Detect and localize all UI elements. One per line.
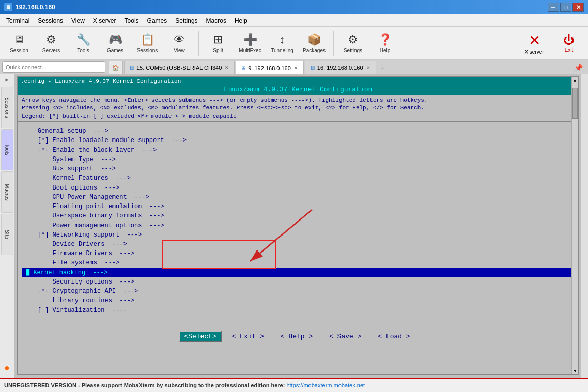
terminal-header-text: Linux/arm 4.9.37 Kernel Configuration [223,86,373,93]
toolbar-xserver[interactable]: ✕ X server [517,29,552,58]
toolbar-view[interactable]: 👁 View [164,29,194,58]
right-sidebar [581,74,588,378]
maximize-button[interactable]: □ [560,3,571,12]
toolbar-servers[interactable]: ⚙ Servers [36,29,66,58]
minimize-button[interactable]: ─ [548,3,559,12]
close-button[interactable]: ✕ [572,3,584,12]
tab-ssh9-icon: 🖥 [240,65,246,71]
toolbar-split[interactable]: ⊞ Split [203,29,233,58]
tab-home[interactable]: 🏠 [109,61,123,74]
menu-line-0: General setup ---> [22,127,574,136]
servers-icon: ⚙ [46,33,56,46]
terminal-scrollbar[interactable]: ▲ ▼ [571,77,578,374]
terminal-area[interactable]: .config - Linux/arm 4.9.37 Kernel Config… [14,74,581,378]
toolbar-multiexec-label: MultiExec [239,48,261,53]
toolbar-tools-label: Tools [77,48,89,53]
scroll-down-button[interactable]: ▼ [572,368,578,374]
menu-line-12: Device Drivers ---> [22,240,574,249]
tab-com50-close[interactable]: ✕ [224,65,230,71]
menu-line-18: Library routines ---> [22,296,574,305]
toolbar-packages[interactable]: 📦 Packages [299,29,329,58]
split-icon: ⊞ [213,33,223,46]
toolbar-games-label: Games [107,48,123,53]
tab-ssh9[interactable]: 🖥 9. 192.168.0.160 ✕ [236,61,304,74]
scrollbar-thumb[interactable] [572,88,578,119]
menu-line-9: Userspace binary formats ---> [22,211,574,221]
menu-line-7: CPU Power Management ---> [22,193,574,202]
xserver-icon: ✕ [529,32,540,49]
menu-view[interactable]: View [67,16,89,25]
select-button[interactable]: <Select> [179,331,221,342]
bottom-buttons-area: <Select> < Exit > < Help > < Save > < Lo… [18,331,578,342]
home-icon: 🏠 [112,65,119,71]
toolbar-games[interactable]: 🎮 Games [100,29,130,58]
tab-ssh9-label: 9. 192.168.0.160 [248,65,291,71]
menu-line-19: [ ] Virtualization ---- [22,306,574,315]
tab-ssh16-close[interactable]: ✕ [365,65,372,71]
menu-tools[interactable]: Tools [120,16,143,25]
status-bar: UNREGISTERED VERSION - Please support Mo… [0,378,588,392]
menu-separator [22,124,574,124]
toolbar-sessions-label: Sessions [137,48,158,53]
multiexec-icon: ➕ [243,33,257,46]
menu-terminal[interactable]: Terminal [2,16,34,25]
help-icon: ❓ [378,33,392,46]
quick-connect-input[interactable] [2,61,105,73]
pin-button[interactable]: 📌 [571,61,586,74]
sidebar-collapse-arrow[interactable]: ▶ [5,76,8,83]
sidebar-item-tools[interactable]: Tools [1,129,13,170]
toolbar-tools[interactable]: 🔧 Tools [68,29,98,58]
exit-icon: ⏻ [563,34,575,47]
settings-icon: ⚙ [348,33,358,46]
menu-line-8: Floating point emulation ---> [22,202,574,211]
tab-bar: 🏠 🖥 15. COM50 (USB-SERIAL CH340 ✕ 🖥 9. 1… [0,60,588,74]
toolbar-multiexec[interactable]: ➕ MultiExec [235,29,265,58]
instruction-line-2: Pressing <Y> includes, <N> excludes, <M>… [22,104,574,112]
toolbar-session[interactable]: 🖥 Session [4,29,34,58]
window-controls: ─ □ ✕ [548,3,584,12]
scroll-up-button[interactable]: ▲ [572,77,578,84]
toolbar-servers-label: Servers [42,48,60,53]
toolbar-settings[interactable]: ⚙ Settings [338,29,368,58]
sftp-dot: ● [4,363,10,373]
menu-help[interactable]: Help [230,16,252,25]
tab-com50[interactable]: 🖥 15. COM50 (USB-SERIAL CH340 ✕ [124,61,235,74]
menu-bar: Terminal Sessions View X server Tools Ga… [0,14,588,27]
sessions-icon: 📋 [141,33,154,46]
menu-line-11: [*] Networking support ---> [22,230,574,240]
save-button[interactable]: < Save > [329,333,361,340]
exit-button[interactable]: < Exit > [232,333,264,340]
toolbar-sessions[interactable]: 📋 Sessions [132,29,162,58]
terminal-instructions: Arrow keys navigate the menu. <Enter> se… [18,95,578,122]
tab-ssh16[interactable]: 🖥 16. 192.168.0.160 ✕ [305,61,376,74]
config-title-text: .config - Linux/arm 4.9.37 Kernel Config… [21,78,181,84]
config-title-bar: .config - Linux/arm 4.9.37 Kernel Config… [18,77,578,85]
menu-line-4: Bus support ---> [22,164,574,174]
toolbar-tunneling[interactable]: ↕ Tunneling [267,29,297,58]
sidebar-item-sftp[interactable]: Sftp [1,214,13,255]
tab-com50-label: 15. COM50 (USB-SERIAL CH340 [136,65,222,71]
toolbar-divider-1 [198,31,199,56]
menu-xserver[interactable]: X server [89,16,120,25]
sidebar-item-sessions[interactable]: Sessions [1,87,13,128]
menu-macros[interactable]: Macros [202,16,230,25]
load-button[interactable]: < Load > [378,333,410,340]
toolbar-split-label: Split [213,48,223,53]
tab-ssh9-close[interactable]: ✕ [293,65,299,71]
menu-games[interactable]: Games [143,16,172,25]
menu-line-14: File systems ---> [22,258,574,268]
toolbar-exit[interactable]: ⏻ Exit [554,29,584,58]
add-tab-button[interactable]: + [377,61,388,74]
xserver-label: X server [524,49,544,55]
session-icon: 🖥 [13,33,25,46]
toolbar-session-label: Session [10,48,28,53]
status-link[interactable]: https://mobaxterm.mobatek.net [286,382,365,388]
sidebar-item-macros[interactable]: Macros [1,171,13,213]
window-title: 192.168.0.160 [16,4,548,11]
tunneling-icon: ↕ [280,33,285,46]
toolbar-help[interactable]: ❓ Help [370,29,400,58]
help-bottom-button[interactable]: < Help > [281,333,313,340]
terminal-title: Linux/arm 4.9.37 Kernel Configuration [18,85,578,95]
menu-settings[interactable]: Settings [171,16,202,25]
menu-sessions[interactable]: Sessions [34,16,67,25]
